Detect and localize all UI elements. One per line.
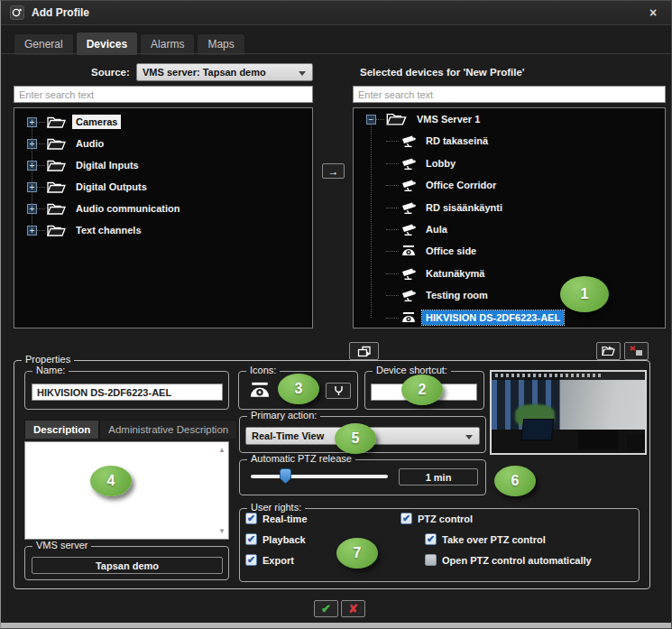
folder-icon [47, 202, 67, 216]
folder-icon [47, 159, 67, 172]
tree-item-cameras[interactable]: Cameras [72, 115, 121, 129]
tree-row: RD takaseinä [386, 131, 672, 151]
checkbox-label: Export [262, 555, 294, 566]
tree-item-device[interactable]: Office Corridor [422, 178, 500, 192]
tree-item-device[interactable]: Lobby [422, 156, 459, 171]
properties-label: Properties [22, 354, 74, 365]
tab-maps[interactable]: Maps [197, 33, 244, 55]
dialog-title: Add Profile [32, 6, 89, 19]
tree-item-vms-server-1[interactable]: VMS Server 1 [413, 112, 483, 126]
tree-row: Aula [386, 219, 672, 239]
checkbox-row: ✔ Playback [245, 533, 306, 545]
tree-item-device[interactable]: RD sisäänkäynti [422, 200, 506, 215]
scroll-down-icon[interactable]: ▼ [218, 527, 226, 535]
replace-icon [357, 346, 372, 357]
primary-action-label: Primary action: [247, 410, 320, 421]
search-input-left[interactable] [14, 86, 313, 103]
move-right-button[interactable]: → [322, 163, 345, 179]
change-icon-button[interactable] [326, 383, 351, 399]
realtime-checkbox[interactable]: ✔ [245, 513, 257, 524]
preview-monitor [578, 430, 618, 449]
expand-plus-icon[interactable]: + [27, 226, 37, 236]
ptz-control-checkbox[interactable]: ✔ [400, 513, 412, 524]
tab-general[interactable]: General [14, 33, 74, 55]
folder-icon [47, 116, 67, 129]
app-icon [10, 5, 24, 20]
source-dropdown[interactable]: VMS server: Tapsan demo [136, 63, 313, 81]
name-input[interactable] [32, 384, 223, 401]
chevron-down-icon [299, 71, 306, 76]
tab-divider [1, 53, 671, 54]
tree-item-text-channels[interactable]: Text channels [72, 223, 145, 237]
tree-item-audio-communication[interactable]: Audio communication [72, 201, 184, 216]
checkbox-row: ✔ Take over PTZ control [425, 533, 546, 545]
tree-row: + Digital Outputs [14, 177, 312, 197]
dome-camera-icon [400, 245, 417, 257]
tree-row: Office Corridor [386, 175, 672, 195]
ptz-release-slider-track[interactable] [251, 475, 388, 478]
name-label: Name: [32, 365, 69, 375]
tree-row: Katunäkymä [386, 264, 672, 283]
source-value: VMS server: Tapsan demo [143, 67, 266, 78]
close-icon[interactable]: × [646, 6, 660, 21]
playback-checkbox[interactable]: ✔ [245, 533, 257, 545]
tab-alarms[interactable]: Alarms [140, 33, 195, 55]
expand-plus-icon[interactable]: + [27, 161, 37, 171]
tree-row: RD sisäänkäynti [386, 198, 672, 217]
camera-preview [490, 370, 647, 455]
ptz-release-label: Automatic PTZ release [247, 453, 355, 464]
bullet-camera-icon [400, 157, 417, 171]
folder-icon [47, 224, 67, 237]
wrench-icon [334, 385, 344, 396]
preview-timestamp [495, 374, 603, 377]
tree-item-audio[interactable]: Audio [72, 136, 107, 151]
bullet-camera-icon [400, 223, 417, 236]
expand-plus-icon[interactable]: + [27, 182, 37, 192]
move-to-folder-button[interactable] [596, 342, 621, 360]
replace-device-button[interactable] [349, 342, 379, 360]
check-icon: ✔ [321, 602, 331, 615]
arrow-right-icon: → [328, 166, 339, 177]
tree-item-digital-inputs[interactable]: Digital Inputs [72, 158, 143, 172]
window-bottom-edge [1, 623, 671, 628]
bullet-camera-icon [400, 201, 417, 215]
ptz-release-value: 1 min [399, 468, 478, 486]
tree-item-device[interactable]: Office side [422, 244, 480, 258]
expand-plus-icon[interactable]: + [27, 117, 37, 127]
ok-button[interactable]: ✔ [314, 600, 338, 617]
tab-administrative-description[interactable]: Administrative Description [99, 420, 237, 439]
tree-item-device[interactable]: Katunäkymä [422, 266, 488, 281]
tree-row: HIKVISION DS-2DF6223-AEL [386, 308, 672, 328]
tree-item-device[interactable]: Aula [422, 222, 451, 236]
take-over-ptz-checkbox[interactable]: ✔ [425, 533, 437, 545]
collapse-minus-icon[interactable]: − [366, 115, 376, 125]
tree-row: Lobby [386, 153, 672, 173]
checkbox-label: Playback [262, 534, 306, 545]
step-marker-5: 5 [335, 423, 376, 454]
user-rights-label: User rights: [247, 502, 305, 513]
step-marker-2: 2 [401, 375, 443, 405]
scroll-up-icon[interactable]: ▲ [218, 446, 226, 454]
step-marker-1: 1 [560, 276, 609, 312]
remove-device-button[interactable] [624, 342, 649, 360]
tree-row: + Audio communication [14, 199, 312, 218]
tree-item-device-selected[interactable]: HIKVISION DS-2DF6223-AEL [422, 310, 564, 325]
cancel-button[interactable]: ✘ [341, 600, 365, 617]
export-checkbox[interactable]: ✔ [245, 554, 257, 566]
step-marker-3: 3 [278, 374, 319, 404]
open-ptz-automatically-checkbox[interactable]: ✔ [425, 554, 437, 566]
folder-icon [47, 180, 67, 194]
tab-description[interactable]: Description [24, 420, 99, 439]
tree-item-device[interactable]: Testing room [422, 288, 492, 302]
preview-monitor [627, 435, 647, 451]
tree-item-digital-outputs[interactable]: Digital Outputs [72, 180, 151, 194]
expand-plus-icon[interactable]: + [27, 204, 37, 214]
tab-devices[interactable]: Devices [76, 32, 138, 55]
expand-plus-icon[interactable]: + [27, 139, 37, 149]
tree-row: + Cameras [14, 112, 312, 132]
add-profile-dialog: { "window": { "title": "Add Profile" }, … [0, 0, 672, 629]
selected-device-tree: − VMS Server 1 RD takaseinä Lobby Office… [353, 107, 666, 328]
search-input-right[interactable] [353, 86, 666, 103]
tree-row: + Text channels [14, 220, 312, 240]
tree-item-device[interactable]: RD takaseinä [422, 134, 492, 148]
